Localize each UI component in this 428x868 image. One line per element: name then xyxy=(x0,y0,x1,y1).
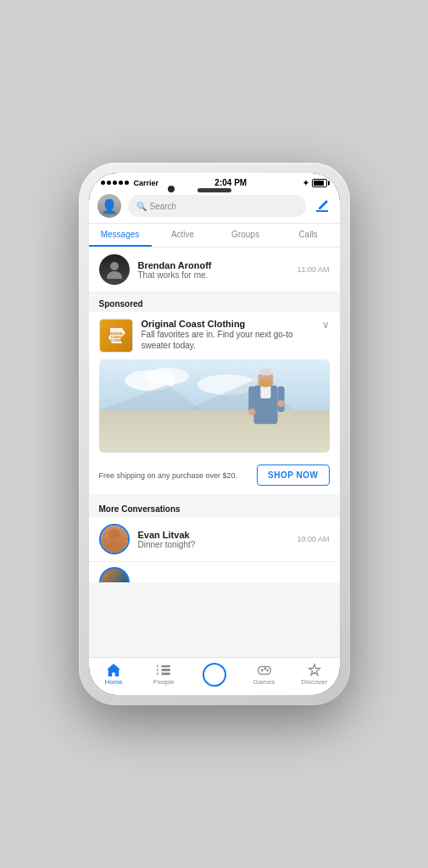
conversation-item-evan[interactable]: Evan Litvak Dinner tonight? 10:00 AM xyxy=(89,517,340,562)
svg-point-22 xyxy=(258,379,273,387)
svg-point-33 xyxy=(264,667,266,670)
search-bar[interactable]: 🔍 Search xyxy=(128,195,306,217)
svg-text:CLOTHING: CLOTHING xyxy=(109,339,123,342)
message-preview: That works for me. xyxy=(138,270,289,280)
svg-rect-10 xyxy=(99,410,330,453)
app-header: 👤 🔍 Search xyxy=(89,189,340,224)
svg-point-24 xyxy=(104,542,125,552)
svg-point-32 xyxy=(266,670,269,672)
search-placeholder: Search xyxy=(150,202,177,211)
nav-games-label: Games xyxy=(253,678,275,686)
carrier-label: Carrier xyxy=(134,179,159,187)
conversation-info-evan: Evan Litvak Dinner tonight? xyxy=(138,530,289,549)
screen: Carrier 2:04 PM ✦ 👤 🔍 Search xyxy=(89,173,340,695)
brendan-avatar xyxy=(99,254,130,285)
bluetooth-icon: ✦ xyxy=(303,179,309,187)
nav-home-label: Home xyxy=(104,678,122,686)
svg-rect-15 xyxy=(260,369,270,376)
time-display: 2:04 PM xyxy=(214,178,247,187)
ad-cta-row: Free shipping on any purchase over $20. … xyxy=(89,459,340,494)
tab-groups[interactable]: Groups xyxy=(214,224,277,247)
svg-point-28 xyxy=(158,665,162,668)
nav-people[interactable]: People xyxy=(139,663,189,688)
ad-shipping-text: Free shipping on any purchase over $20. xyxy=(99,471,258,480)
message-sender-name: Brendan Aronoff xyxy=(138,260,289,270)
svg-rect-35 xyxy=(261,669,262,672)
ad-product-image xyxy=(99,359,330,453)
ad-card: ORIGINAL COAST CLOTHING Original Coast C… xyxy=(89,312,340,494)
tab-messages[interactable]: Messages xyxy=(89,224,152,247)
svg-rect-17 xyxy=(260,386,270,398)
svg-point-21 xyxy=(277,400,284,407)
svg-point-20 xyxy=(248,409,255,415)
ad-description: Fall favorites are in. Find your next go… xyxy=(142,329,314,351)
svg-rect-19 xyxy=(277,387,284,412)
status-bar: Carrier 2:04 PM ✦ xyxy=(89,173,340,189)
signal-dot-3 xyxy=(113,181,117,185)
compose-button[interactable] xyxy=(313,197,331,215)
message-content-brendan: Brendan Aronoff That works for me. xyxy=(138,260,289,280)
ad-info: Original Coast Clothing Fall favorites a… xyxy=(142,319,314,351)
message-item-brendan[interactable]: Brendan Aronoff That works for me. 11:00… xyxy=(89,248,340,292)
partial-item xyxy=(89,562,340,582)
more-conversations-label: More Conversations xyxy=(89,498,340,517)
nav-discover[interactable]: Discover xyxy=(289,663,339,688)
svg-point-0 xyxy=(110,262,119,270)
signal-dot-2 xyxy=(107,181,111,185)
svg-point-23 xyxy=(108,529,120,541)
nav-people-label: People xyxy=(153,678,175,686)
people-icon xyxy=(156,663,171,676)
signal-dots xyxy=(101,181,129,185)
ad-chevron-icon: ∨ xyxy=(322,319,330,331)
ad-brand-name: Original Coast Clothing xyxy=(142,319,314,329)
status-right: ✦ xyxy=(303,179,327,187)
phone-frame: Carrier 2:04 PM ✦ 👤 🔍 Search xyxy=(79,163,350,705)
brendan-avatar-image xyxy=(99,254,130,285)
evan-avatar-image xyxy=(101,526,128,553)
nav-center[interactable] xyxy=(189,663,239,688)
svg-point-8 xyxy=(146,368,188,385)
nav-tabs: Messages Active Groups Calls xyxy=(89,224,340,248)
conversation-preview: Dinner tonight? xyxy=(138,540,289,549)
tab-active[interactable]: Active xyxy=(152,224,214,247)
ad-logo: ORIGINAL COAST CLOTHING xyxy=(99,319,133,353)
camera xyxy=(168,186,175,192)
nav-home[interactable]: Home xyxy=(89,663,139,688)
phone-inner: Carrier 2:04 PM ✦ 👤 🔍 Search xyxy=(89,173,340,695)
home-icon xyxy=(106,663,121,676)
battery-indicator xyxy=(312,179,327,187)
content-area: Brendan Aronoff That works for me. 11:00… xyxy=(89,248,340,657)
partial-avatar xyxy=(99,567,130,582)
search-icon: 🔍 xyxy=(136,202,147,211)
signal-dot-4 xyxy=(119,181,123,185)
user-avatar-image: 👤 xyxy=(97,194,121,218)
nav-discover-label: Discover xyxy=(301,678,327,686)
tab-calls[interactable]: Calls xyxy=(277,224,340,247)
shop-now-button[interactable]: SHOP NOW xyxy=(257,465,329,486)
svg-point-30 xyxy=(158,672,162,676)
conversation-name: Evan Litvak xyxy=(138,530,289,540)
conversation-time: 10:00 AM xyxy=(297,535,329,543)
user-avatar[interactable]: 👤 xyxy=(97,194,121,218)
ad-logo-inner: ORIGINAL COAST CLOTHING xyxy=(100,320,132,352)
nav-games[interactable]: Games xyxy=(239,663,289,688)
status-left: Carrier xyxy=(101,179,159,187)
center-circle-button[interactable] xyxy=(203,663,226,687)
signal-dot-5 xyxy=(125,181,129,185)
svg-point-1 xyxy=(107,271,122,279)
speaker xyxy=(197,188,231,192)
message-time: 11:00 AM xyxy=(297,265,329,274)
battery-fill xyxy=(314,181,324,186)
signal-dot-1 xyxy=(101,181,105,185)
sponsored-label: Sponsored xyxy=(89,292,340,312)
svg-marker-36 xyxy=(309,665,320,676)
games-icon xyxy=(257,663,272,676)
svg-rect-18 xyxy=(248,387,255,412)
evan-avatar xyxy=(99,524,130,554)
discover-icon xyxy=(307,663,322,676)
svg-point-29 xyxy=(158,668,162,671)
bottom-nav: Home People xyxy=(89,657,340,695)
ad-header: ORIGINAL COAST CLOTHING Original Coast C… xyxy=(89,312,340,359)
